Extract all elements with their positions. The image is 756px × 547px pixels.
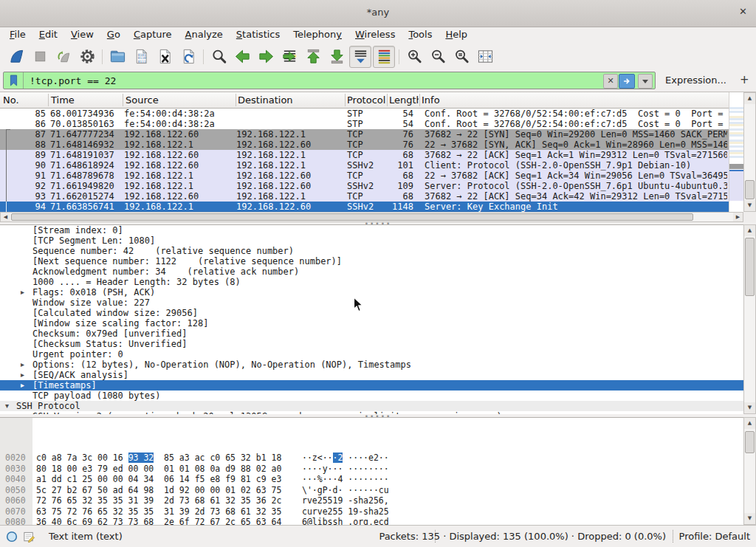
stop-capture-button[interactable] xyxy=(29,46,51,68)
zoom-in-button[interactable] xyxy=(403,46,425,68)
scroll-down-icon[interactable]: ▼ xyxy=(744,200,755,211)
packet-list-vscroll-thumb[interactable] xyxy=(745,180,755,199)
detail-line-3[interactable]: [Next sequence number: 1122 (relative se… xyxy=(0,256,743,266)
column-divider[interactable] xyxy=(419,94,420,106)
title-bar[interactable]: *any ✕ xyxy=(0,0,756,27)
scroll-right-icon[interactable]: ▶ xyxy=(733,213,743,221)
packet-list-hscroll-thumb[interactable] xyxy=(11,213,693,221)
hex-row-0080[interactable]: 008036 40 6c 69 62 73 73 68 2e 6f 72 67 … xyxy=(0,517,743,525)
scroll-up-icon[interactable]: ▲ xyxy=(744,225,755,236)
packet-row-85[interactable]: 8568.001734936fe:54:00:d4:38:2aSTP54Conf… xyxy=(0,109,729,119)
collapsed-arrow-icon[interactable]: ▸ xyxy=(21,380,24,391)
column-divider[interactable] xyxy=(345,94,346,106)
detail-line-14[interactable]: ▸[SEQ/ACK analysis] xyxy=(0,370,743,380)
resize-columns-button[interactable] xyxy=(474,46,496,68)
menu-view[interactable]: View xyxy=(64,27,100,44)
column-divider[interactable] xyxy=(236,94,236,106)
packet-list-vscrollbar[interactable]: ▲ ▼ xyxy=(743,92,756,212)
auto-scroll-button[interactable] xyxy=(349,46,371,68)
scroll-down-icon[interactable]: ▼ xyxy=(744,402,755,413)
hex-row-0060[interactable]: 006072 76 65 32 35 35 31 39 2d 73 68 61 … xyxy=(0,495,743,506)
detail-line-6[interactable]: ▸Flags: 0x018 (PSH, ACK) xyxy=(0,287,743,297)
detail-line-8[interactable]: [Calculated window size: 29056] xyxy=(0,308,743,318)
column-header-no[interactable]: No. xyxy=(3,94,19,106)
hex-row-0070[interactable]: 007063 75 72 76 65 32 35 35 31 39 2d 73 … xyxy=(0,506,743,517)
hex-row-0050[interactable]: 00505c 27 b2 67 50 ad 64 98 1d 92 00 00 … xyxy=(0,485,743,496)
reload-capture-button[interactable] xyxy=(177,46,199,68)
detail-line-1[interactable]: [TCP Segment Len: 1080] xyxy=(0,235,743,246)
detail-line-17[interactable]: ▾SSH Protocol xyxy=(0,401,743,411)
packet-list-header[interactable]: No.TimeSourceDestinationProtocolLengthIn… xyxy=(0,92,729,109)
hex-row-0030[interactable]: 003080 18 00 e3 79 ed 00 00 01 01 08 0a … xyxy=(0,464,743,475)
hex-row-0040[interactable]: 0040a1 dd c1 25 00 00 04 34 06 14 f5 e8 … xyxy=(0,474,743,485)
detail-line-10[interactable]: Checksum: 0x79ed [unverified] xyxy=(0,328,743,339)
detail-vscrollbar[interactable]: ▲ ▼ xyxy=(743,224,756,414)
menu-telephony[interactable]: Telephony xyxy=(286,27,348,44)
window-close-button[interactable]: ✕ xyxy=(739,6,747,17)
hex-vscrollbar[interactable]: ▲ ▼ xyxy=(743,417,756,525)
save-capture-button[interactable]: 010101100111 xyxy=(130,46,152,68)
detail-line-12[interactable]: Urgent pointer: 0 xyxy=(0,349,743,359)
column-header-length[interactable]: Length xyxy=(389,94,419,106)
scroll-up-icon[interactable]: ▲ xyxy=(744,93,755,104)
packet-row-87[interactable]: 8771.647777234192.168.122.60192.168.122.… xyxy=(0,129,729,140)
collapsed-arrow-icon[interactable]: ▸ xyxy=(21,370,24,380)
expert-info-icon[interactable] xyxy=(6,531,18,545)
detail-line-0[interactable]: [Stream index: 0] xyxy=(0,225,743,235)
column-header-protocol[interactable]: Protocol xyxy=(347,94,385,106)
menu-tools[interactable]: Tools xyxy=(402,27,439,44)
scroll-down-icon[interactable]: ▼ xyxy=(744,513,755,524)
detail-line-16[interactable]: TCP payload (1080 bytes) xyxy=(0,391,743,401)
find-packet-button[interactable] xyxy=(207,46,230,68)
detail-line-7[interactable]: Window size value: 227 xyxy=(0,297,743,308)
packet-list-minimap[interactable] xyxy=(729,92,743,212)
packet-row-94[interactable]: 9471.663856741192.168.122.1192.168.122.6… xyxy=(0,202,729,212)
hex-vscroll-thumb[interactable] xyxy=(745,431,755,453)
first-packet-button[interactable] xyxy=(302,46,324,68)
packet-row-89[interactable]: 8971.648191037192.168.122.60192.168.122.… xyxy=(0,150,729,160)
collapsed-arrow-icon[interactable]: ▸ xyxy=(21,359,24,370)
packet-row-88[interactable]: 8871.648146932192.168.122.1192.168.122.6… xyxy=(0,140,729,150)
open-capture-button[interactable] xyxy=(106,46,128,68)
packet-row-86[interactable]: 8670.013850163fe:54:00:d4:38:2aSTP54Conf… xyxy=(0,119,729,129)
detail-line-11[interactable]: [Checksum Status: Unverified] xyxy=(0,339,743,349)
start-capture-button[interactable] xyxy=(5,46,27,68)
filter-bookmark-icon[interactable] xyxy=(4,72,24,89)
capture-options-button[interactable] xyxy=(76,46,98,68)
zoom-out-button[interactable] xyxy=(427,46,449,68)
restart-capture-button[interactable] xyxy=(52,46,75,68)
menu-go[interactable]: Go xyxy=(100,27,127,44)
filter-clear-icon[interactable]: ✕ xyxy=(603,74,618,89)
column-header-time[interactable]: Time xyxy=(51,94,75,106)
detail-line-5[interactable]: 1000 .... = Header Length: 32 bytes (8) xyxy=(0,277,743,287)
column-divider[interactable] xyxy=(387,94,388,106)
packet-row-93[interactable]: 9371.662015274192.168.122.60192.168.122.… xyxy=(0,191,729,202)
status-profile[interactable]: Profile: Default xyxy=(679,531,750,542)
packet-row-90[interactable]: 9071.648618924192.168.122.60192.168.122.… xyxy=(0,160,729,171)
zoom-100-button[interactable] xyxy=(450,46,472,68)
column-divider[interactable] xyxy=(48,94,49,106)
detail-line-4[interactable]: Acknowledgment number: 34 (relative ack … xyxy=(0,266,743,277)
menu-wireless[interactable]: Wireless xyxy=(348,27,402,44)
filter-dropdown-icon[interactable] xyxy=(638,74,653,89)
close-capture-button[interactable] xyxy=(154,46,176,68)
next-packet-button[interactable] xyxy=(255,46,277,68)
menu-help[interactable]: Help xyxy=(439,27,474,44)
column-divider[interactable] xyxy=(123,94,123,106)
scroll-left-icon[interactable]: ◀ xyxy=(1,213,10,221)
hex-row-0020[interactable]: 0020c0 a8 7a 3c 00 16 93 32 85 a3 ac c0 … xyxy=(0,453,743,464)
column-header-source[interactable]: Source xyxy=(126,94,159,106)
colorize-button[interactable] xyxy=(373,46,395,68)
column-header-info[interactable]: Info xyxy=(422,94,440,106)
go-to-packet-button[interactable] xyxy=(278,46,300,68)
filter-add-button[interactable]: + xyxy=(740,73,749,86)
detail-line-15[interactable]: ▸[Timestamps] xyxy=(0,380,743,391)
capture-comment-icon[interactable] xyxy=(23,531,35,546)
menu-file[interactable]: File xyxy=(3,27,32,44)
detail-line-9[interactable]: [Window size scaling factor: 128] xyxy=(0,318,743,328)
detail-vscroll-thumb[interactable] xyxy=(745,238,755,296)
last-packet-button[interactable] xyxy=(326,46,348,68)
previous-packet-button[interactable] xyxy=(231,46,253,68)
menu-capture[interactable]: Capture xyxy=(127,27,179,44)
menu-statistics[interactable]: Statistics xyxy=(230,27,286,44)
